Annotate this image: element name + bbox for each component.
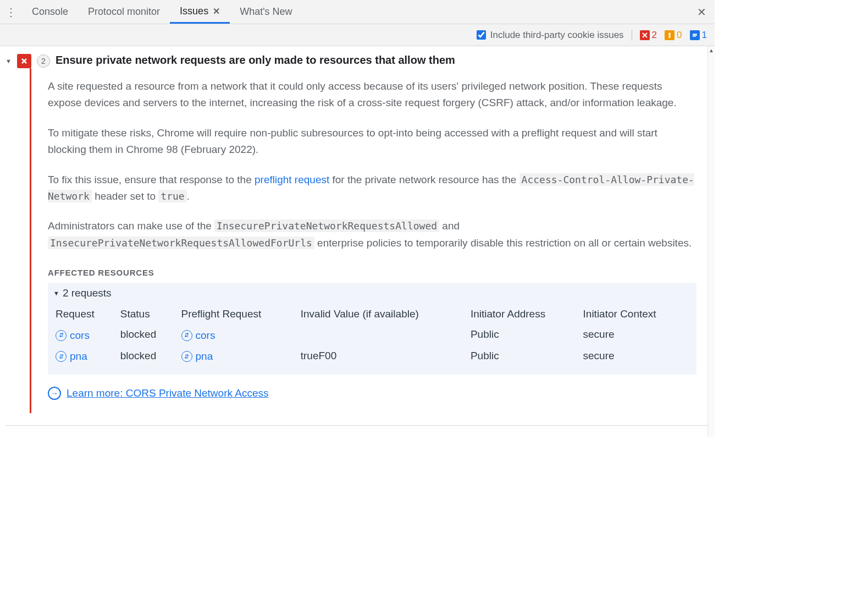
network-icon: ⇵ xyxy=(56,330,67,341)
arrow-right-circle-icon: → xyxy=(48,387,61,400)
network-icon: ⇵ xyxy=(181,351,192,362)
status-cell: blocked xyxy=(118,346,179,367)
svg-rect-1 xyxy=(669,36,670,37)
include-third-party-cookie-issues-checkbox[interactable] xyxy=(477,30,486,40)
devtools-tabbar: ⋮ Console Protocol monitor Issues ✕ What… xyxy=(0,0,715,24)
preflight-request-link[interactable]: ⇵pna xyxy=(181,350,213,363)
close-panel-button[interactable]: ✕ xyxy=(692,0,711,24)
preflight-request-link[interactable]: ⇵cors xyxy=(181,330,215,342)
col-status: Status xyxy=(118,305,179,325)
error-severity-icon xyxy=(17,54,31,68)
bottom-divider xyxy=(5,425,707,426)
more-tabs-menu-button[interactable]: ⋮ xyxy=(0,6,22,19)
issue-count-badge: 2 xyxy=(37,54,50,68)
col-initiator-address: Initiator Address xyxy=(468,305,581,325)
col-invalid-value: Invalid Value (if available) xyxy=(298,305,468,325)
issue-description-paragraph: Administrators can make use of the Insec… xyxy=(48,218,696,251)
col-request: Request xyxy=(53,305,118,325)
issue-title: Ensure private network requests are only… xyxy=(56,54,455,67)
issue-body: A site requested a resource from a netwo… xyxy=(30,68,707,413)
status-cell: blocked xyxy=(118,325,179,346)
scroll-up-arrow-icon: ▲ xyxy=(708,47,715,53)
toolbar-divider xyxy=(632,30,632,41)
warning-issue-counter[interactable]: 0 xyxy=(665,30,682,41)
request-link[interactable]: ⇵pna xyxy=(56,350,87,363)
policy-code: InsecurePrivateNetworkRequestsAllowedFor… xyxy=(48,237,314,249)
svg-rect-0 xyxy=(669,33,670,36)
network-icon: ⇵ xyxy=(181,330,192,341)
close-tab-icon[interactable]: ✕ xyxy=(213,6,220,17)
issues-toolbar: Include third-party cookie issues 2 0 1 xyxy=(0,24,715,46)
learn-more-row: → Learn more: CORS Private Network Acces… xyxy=(48,387,696,400)
issue-description-paragraph: To fix this issue, ensure that response … xyxy=(48,172,696,205)
affected-requests-group: ▼ 2 requests Request Status Preflight Re… xyxy=(48,283,696,375)
invalid-value-cell: trueF00 xyxy=(298,346,468,367)
affected-requests-table: Request Status Preflight Request Invalid… xyxy=(53,305,691,367)
warning-icon xyxy=(665,30,675,40)
error-issue-counter[interactable]: 2 xyxy=(640,30,657,41)
policy-code: InsecurePrivateNetworkRequestsAllowed xyxy=(214,219,439,232)
header-value-code: true xyxy=(158,190,186,202)
tab-console[interactable]: Console xyxy=(22,0,78,24)
issue-description-paragraph: To mitigate these risks, Chrome will req… xyxy=(48,125,696,158)
initiator-context-cell: secure xyxy=(581,325,691,346)
initiator-address-cell: Public xyxy=(468,346,581,367)
network-icon: ⇵ xyxy=(56,351,67,362)
error-icon xyxy=(640,30,650,40)
table-row: ⇵cors blocked ⇵cors Public secure xyxy=(53,325,691,346)
initiator-address-cell: Public xyxy=(468,325,581,346)
preflight-request-link[interactable]: preflight request xyxy=(255,174,329,185)
requests-disclosure-row[interactable]: ▼ 2 requests xyxy=(53,287,691,299)
table-row: ⇵pna blocked ⇵pna trueF00 Public secure xyxy=(53,346,691,367)
issue-description-paragraph: A site requested a resource from a netwo… xyxy=(48,78,696,112)
request-link[interactable]: ⇵cors xyxy=(56,330,90,342)
col-preflight: Preflight Request xyxy=(179,305,298,325)
tab-whats-new[interactable]: What's New xyxy=(230,0,302,24)
initiator-context-cell: secure xyxy=(581,346,691,367)
col-initiator-context: Initiator Context xyxy=(581,305,691,325)
requests-summary-label: 2 requests xyxy=(63,287,112,299)
invalid-value-cell xyxy=(298,325,468,346)
info-icon xyxy=(690,30,700,40)
issue-disclosure-triangle[interactable]: ▼ xyxy=(5,58,12,64)
include-third-party-cookie-issues-label: Include third-party cookie issues xyxy=(490,30,624,41)
info-issue-counter[interactable]: 1 xyxy=(690,30,707,41)
issue-item: ▼ 2 Ensure private network requests are … xyxy=(5,54,707,68)
vertical-scrollbar[interactable]: ▲ xyxy=(707,46,715,437)
chevron-down-icon: ▼ xyxy=(53,290,59,296)
include-third-party-cookie-issues-toggle[interactable]: Include third-party cookie issues xyxy=(477,30,624,41)
tab-issues[interactable]: Issues ✕ xyxy=(170,0,230,24)
tab-protocol-monitor[interactable]: Protocol monitor xyxy=(78,0,170,24)
affected-resources-label: AFFECTED RESOURCES xyxy=(48,268,696,277)
learn-more-link[interactable]: Learn more: CORS Private Network Access xyxy=(67,387,268,399)
